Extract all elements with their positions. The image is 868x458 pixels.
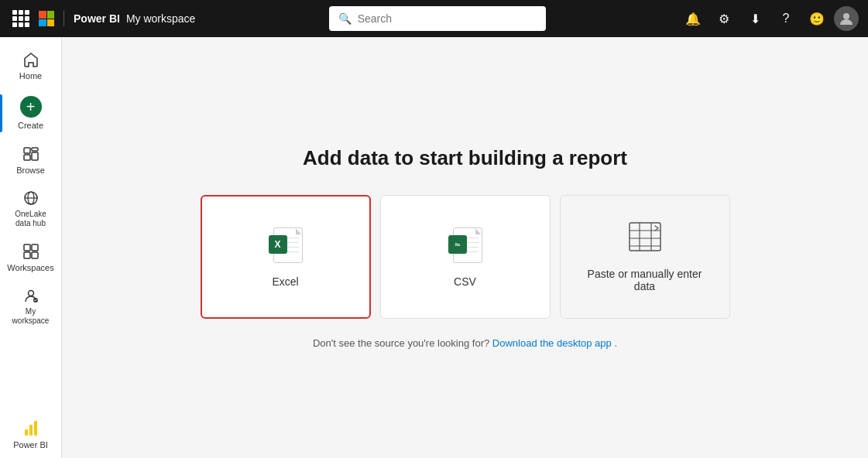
workspace-name[interactable]: My workspace: [126, 12, 195, 25]
feedback-icon: 🙂: [809, 12, 825, 26]
sidebar-item-onelake[interactable]: OneLakedata hub: [0, 183, 61, 234]
sidebar-item-workspaces[interactable]: Workspaces: [0, 234, 61, 281]
create-icon: +: [20, 96, 42, 118]
sidebar-item-powerbi[interactable]: Power BI: [0, 412, 61, 458]
topbar-actions: 🔔 ⚙ ⬇ ? 🙂: [679, 5, 859, 32]
data-source-cards: X Excel Xa: [201, 195, 730, 319]
notifications-button[interactable]: 🔔: [679, 5, 707, 32]
help-button[interactable]: ?: [772, 5, 800, 32]
footer-text: Don't see the source you're looking for?…: [313, 337, 617, 349]
svg-rect-1: [24, 148, 30, 153]
waffle-menu-button[interactable]: [9, 7, 33, 30]
topbar: Power BI My workspace 🔍 🔔 ⚙ ⬇ ? 🙂: [0, 0, 868, 37]
user-avatar[interactable]: [834, 6, 859, 31]
svg-point-12: [28, 291, 33, 296]
browse-icon: [22, 145, 39, 162]
workspaces-icon: [22, 243, 39, 260]
sidebar-item-myworkspace[interactable]: Myworkspace: [0, 281, 61, 332]
powerbi-icon: [22, 419, 40, 437]
sidebar-onelake-label: OneLakedata hub: [15, 210, 46, 228]
help-icon: ?: [783, 12, 790, 26]
svg-point-0: [843, 13, 849, 19]
csv-card[interactable]: Xa CSV: [380, 195, 551, 319]
svg-rect-4: [32, 152, 38, 160]
sidebar-myworkspace-label: Myworkspace: [12, 307, 50, 326]
search-icon: 🔍: [338, 12, 352, 25]
notifications-icon: 🔔: [685, 12, 701, 26]
main-layout: Home + Create Browse: [0, 37, 868, 458]
svg-rect-9: [32, 244, 38, 251]
svg-rect-14: [25, 429, 28, 436]
microsoft-logo: [39, 11, 54, 26]
feedback-button[interactable]: 🙂: [803, 5, 831, 32]
excel-icon: X: [269, 226, 303, 263]
footer-suffix: .: [614, 337, 617, 349]
settings-button[interactable]: ⚙: [710, 5, 738, 32]
topbar-divider: [63, 11, 64, 26]
sidebar-home-label: Home: [19, 71, 42, 81]
download-icon: ⬇: [750, 12, 760, 26]
csv-card-label: CSV: [444, 275, 485, 288]
svg-rect-16: [34, 421, 37, 436]
topbar-search-area: 🔍: [201, 6, 673, 31]
onelake-icon: [22, 190, 39, 207]
sidebar: Home + Create Browse: [0, 37, 62, 458]
excel-card-label: Excel: [262, 275, 307, 288]
home-icon: [22, 51, 39, 68]
settings-icon: ⚙: [719, 12, 729, 26]
svg-rect-3: [24, 155, 30, 160]
main-content: Add data to start building a report: [62, 37, 868, 458]
excel-card[interactable]: X Excel: [201, 195, 371, 319]
topbar-left: Power BI My workspace: [9, 7, 195, 30]
sidebar-item-home[interactable]: Home: [0, 43, 61, 90]
svg-rect-15: [29, 425, 33, 436]
brand-name: Power BI: [74, 12, 120, 25]
search-input[interactable]: [358, 12, 537, 25]
page-title: Add data to start building a report: [303, 146, 627, 170]
sidebar-powerbi-label: Power BI: [13, 440, 48, 450]
paste-card-label: Paste or manually enter data: [578, 268, 712, 292]
download-desktop-link[interactable]: Download the desktop app: [492, 337, 612, 349]
sidebar-item-browse[interactable]: Browse: [0, 137, 61, 183]
sidebar-item-create[interactable]: + Create: [0, 90, 61, 137]
svg-rect-11: [32, 252, 38, 258]
footer-prefix: Don't see the source you're looking for?: [313, 337, 489, 349]
svg-rect-2: [32, 148, 38, 151]
paste-icon: [628, 221, 662, 255]
sidebar-browse-label: Browse: [16, 166, 45, 176]
csv-icon: Xa: [448, 226, 482, 263]
sidebar-workspaces-label: Workspaces: [7, 263, 53, 273]
svg-rect-8: [24, 244, 30, 251]
search-box[interactable]: 🔍: [329, 6, 546, 31]
sidebar-create-label: Create: [18, 121, 43, 131]
download-button[interactable]: ⬇: [741, 5, 769, 32]
paste-card[interactable]: Paste or manually enter data: [560, 195, 730, 319]
sidebar-bottom: Power BI: [0, 412, 61, 458]
myworkspace-icon: [22, 287, 39, 304]
svg-rect-10: [24, 252, 30, 258]
